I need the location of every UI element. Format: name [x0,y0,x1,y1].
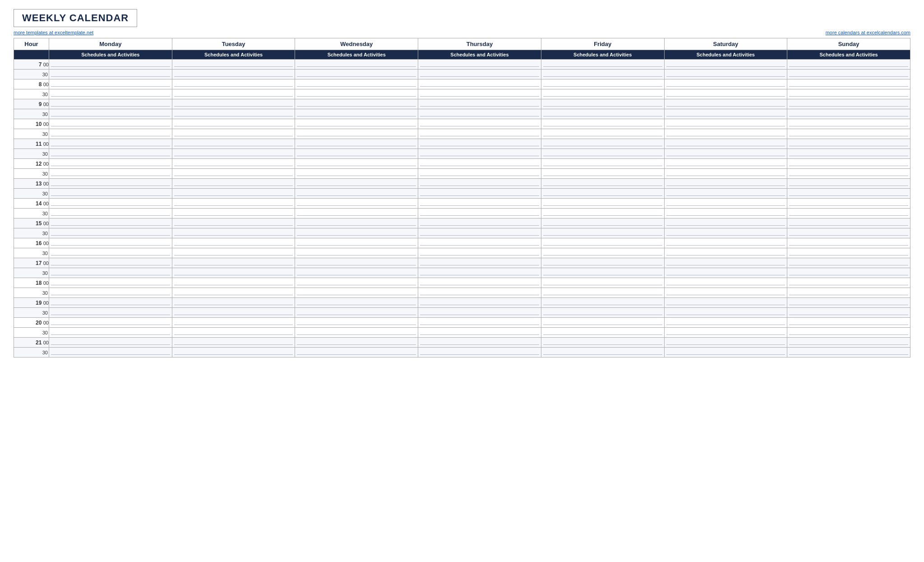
schedule-cell[interactable] [541,139,664,149]
schedule-cell[interactable] [664,179,787,189]
schedule-cell[interactable] [49,238,172,248]
schedule-cell[interactable] [49,179,172,189]
schedule-cell[interactable] [295,189,418,199]
schedule-cell[interactable] [664,70,787,79]
schedule-cell[interactable] [49,288,172,298]
schedule-cell[interactable] [418,238,541,248]
schedule-cell[interactable] [295,99,418,109]
schedule-cell[interactable] [295,209,418,218]
schedule-cell[interactable] [172,119,295,129]
schedule-cell[interactable] [49,99,172,109]
schedule-cell[interactable] [541,338,664,348]
schedule-cell[interactable] [787,199,910,209]
schedule-cell[interactable] [172,308,295,318]
schedule-cell[interactable] [787,79,910,89]
schedule-cell[interactable] [418,119,541,129]
schedule-cell[interactable] [418,298,541,308]
schedule-cell[interactable] [49,248,172,258]
schedule-cell[interactable] [418,159,541,169]
schedule-cell[interactable] [295,288,418,298]
schedule-cell[interactable] [787,348,910,358]
schedule-cell[interactable] [172,159,295,169]
schedule-cell[interactable] [541,189,664,199]
schedule-cell[interactable] [664,99,787,109]
schedule-cell[interactable] [541,258,664,268]
schedule-cell[interactable] [172,228,295,238]
schedule-cell[interactable] [541,288,664,298]
schedule-cell[interactable] [49,318,172,328]
schedule-cell[interactable] [787,248,910,258]
schedule-cell[interactable] [49,218,172,228]
schedule-cell[interactable] [295,328,418,338]
schedule-cell[interactable] [172,318,295,328]
schedule-cell[interactable] [295,159,418,169]
schedule-cell[interactable] [541,348,664,358]
schedule-cell[interactable] [787,60,910,70]
schedule-cell[interactable] [418,248,541,258]
schedule-cell[interactable] [295,149,418,159]
schedule-cell[interactable] [295,169,418,179]
schedule-cell[interactable] [664,60,787,70]
schedule-cell[interactable] [172,268,295,278]
schedule-cell[interactable] [172,70,295,79]
schedule-cell[interactable] [787,70,910,79]
schedule-cell[interactable] [172,209,295,218]
schedule-cell[interactable] [787,99,910,109]
schedule-cell[interactable] [295,348,418,358]
schedule-cell[interactable] [172,338,295,348]
schedule-cell[interactable] [664,189,787,199]
schedule-cell[interactable] [541,238,664,248]
schedule-cell[interactable] [541,99,664,109]
schedule-cell[interactable] [664,338,787,348]
schedule-cell[interactable] [418,288,541,298]
schedule-cell[interactable] [295,318,418,328]
schedule-cell[interactable] [49,228,172,238]
schedule-cell[interactable] [295,338,418,348]
schedule-cell[interactable] [418,149,541,159]
schedule-cell[interactable] [541,79,664,89]
schedule-cell[interactable] [418,268,541,278]
schedule-cell[interactable] [664,218,787,228]
schedule-cell[interactable] [49,79,172,89]
schedule-cell[interactable] [418,129,541,139]
schedule-cell[interactable] [787,328,910,338]
schedule-cell[interactable] [541,278,664,288]
schedule-cell[interactable] [418,209,541,218]
schedule-cell[interactable] [787,179,910,189]
schedule-cell[interactable] [49,278,172,288]
schedule-cell[interactable] [295,129,418,139]
schedule-cell[interactable] [172,60,295,70]
schedule-cell[interactable] [787,228,910,238]
schedule-cell[interactable] [664,268,787,278]
schedule-cell[interactable] [664,139,787,149]
schedule-cell[interactable] [49,268,172,278]
schedule-cell[interactable] [49,89,172,99]
schedule-cell[interactable] [541,199,664,209]
schedule-cell[interactable] [787,278,910,288]
schedule-cell[interactable] [541,149,664,159]
schedule-cell[interactable] [787,89,910,99]
schedule-cell[interactable] [664,129,787,139]
schedule-cell[interactable] [787,209,910,218]
schedule-cell[interactable] [541,179,664,189]
schedule-cell[interactable] [787,189,910,199]
schedule-cell[interactable] [49,209,172,218]
schedule-cell[interactable] [295,109,418,119]
schedule-cell[interactable] [418,89,541,99]
schedule-cell[interactable] [418,328,541,338]
schedule-cell[interactable] [172,288,295,298]
schedule-cell[interactable] [418,60,541,70]
schedule-cell[interactable] [172,328,295,338]
schedule-cell[interactable] [664,209,787,218]
schedule-cell[interactable] [418,338,541,348]
schedule-cell[interactable] [787,119,910,129]
schedule-cell[interactable] [49,189,172,199]
schedule-cell[interactable] [295,278,418,288]
schedule-cell[interactable] [541,119,664,129]
schedule-cell[interactable] [664,288,787,298]
schedule-cell[interactable] [664,278,787,288]
schedule-cell[interactable] [787,318,910,328]
link-right[interactable]: more calendars at excelcalendars.com [826,30,910,35]
schedule-cell[interactable] [172,149,295,159]
schedule-cell[interactable] [664,79,787,89]
